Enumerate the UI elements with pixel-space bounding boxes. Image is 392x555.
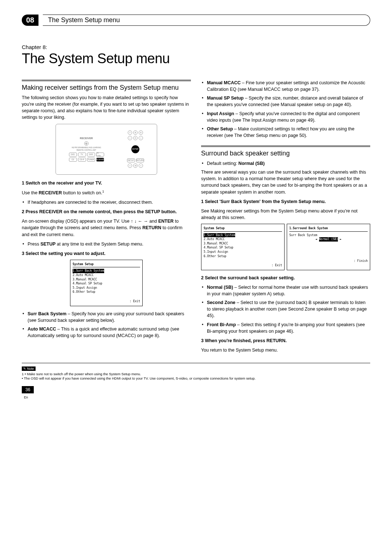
- num-btn: 0: [133, 136, 138, 140]
- osd-footer: : Finish: [289, 259, 368, 263]
- step-heading: 3 When you're finished, press RETURN.: [201, 337, 370, 344]
- footnote: 1 • Make sure not to switch off the powe…: [22, 372, 370, 376]
- osd-screenshot: System Setup 1.Surr Back System 2.Auto M…: [201, 224, 285, 270]
- num-btn: 7: [128, 130, 132, 135]
- section-heading: Surround back speaker setting: [201, 145, 370, 158]
- bullet-item: Other Setup – Make customized settings t…: [201, 126, 370, 139]
- osd-value: Normal (SB): [319, 237, 338, 242]
- page-header: 08 The System Setup menu: [22, 15, 370, 26]
- bullet-item: Auto MCACC – This is a quick and effecti…: [22, 326, 191, 339]
- step-body: An on-screen display (OSD) appears on yo…: [22, 218, 191, 238]
- enter-button: ENTER: [131, 145, 139, 153]
- section-heading: Making receiver settings from the System…: [22, 80, 191, 92]
- remote-btn: DVD: [69, 153, 77, 157]
- remote-btn: TV: [78, 153, 86, 157]
- osd-title: System Setup: [204, 226, 282, 232]
- osd-screenshot: 1.Surround Back System Surr Back System …: [287, 224, 370, 270]
- step-body: You return to the System Setup menu.: [201, 347, 370, 353]
- osd-item: 2.Auto MCACC: [204, 237, 282, 242]
- osd-item: 5.Input Assign: [204, 250, 282, 254]
- osd-screenshot: System Setup 1.Surr Back System 2.Auto M…: [70, 260, 143, 306]
- num-btn: •: [139, 136, 143, 140]
- osd-item: 3.Manual MCACC: [204, 242, 282, 246]
- chapter-label: Chapter 8:: [22, 44, 370, 50]
- osd-item: 4.Manual SP Setup: [204, 246, 282, 250]
- bullet-item: Front Bi-Amp – Select this setting if yo…: [201, 321, 370, 335]
- plus-icon: +: [139, 163, 143, 168]
- remote-btn: CD-R: [78, 158, 86, 162]
- bullet-item: Normal (SB) – Select for normal home the…: [201, 284, 370, 297]
- power-icon: ⏻: [84, 141, 89, 146]
- receiver-button: RECEIVER: [96, 158, 104, 162]
- osd-item-selected: 1.Surr Back System: [73, 269, 104, 273]
- osd-footer: : Exit: [73, 299, 140, 304]
- header-title: The System Setup menu: [43, 15, 370, 26]
- num-btn: •: [128, 136, 132, 140]
- osd-item: 3.Manual MCACC: [73, 278, 140, 282]
- osd-item: 2.Auto MCACC: [73, 273, 140, 278]
- receiver-label: RECEIVER: [80, 137, 93, 140]
- osd-pair: System Setup 1.Surr Back System 2.Auto M…: [201, 224, 370, 270]
- osd-item-selected: 1.Surr Back System: [204, 233, 235, 238]
- page-title: The System Setup menu: [22, 51, 370, 66]
- step-body: Use the RECEIVER button to switch on.1: [22, 189, 191, 196]
- step-heading: 1 Select 'Surr Back System' from the Sys…: [201, 198, 370, 205]
- footnote-section: Note 1 • Make sure not to switch off the…: [22, 363, 370, 381]
- return-button: RETURN: [136, 158, 144, 162]
- remote-btn: CD: [69, 158, 77, 162]
- right-column: Manual MCACC – Fine tune your speaker se…: [201, 77, 370, 356]
- dpad: ENTER: [127, 141, 143, 157]
- remote-btn: TV CTRL: [96, 153, 104, 157]
- osd-title: 1.Surround Back System: [289, 226, 368, 232]
- page-footer: 36 En: [22, 386, 370, 400]
- note-label: Note: [22, 366, 36, 371]
- osd-item: 4.Manual SP Setup: [73, 281, 140, 286]
- mute-icon: ⊘: [133, 163, 138, 168]
- bullet-item: Press SETUP at any time to exit the Syst…: [22, 241, 191, 247]
- bullet-item: Second Zone – Select to use the (surroun…: [201, 299, 370, 319]
- step-heading: 1 Switch on the receiver and your TV.: [22, 180, 191, 186]
- bullet-item: Manual SP Setup – Specify the size, numb…: [201, 95, 370, 108]
- num-btn: 9: [139, 130, 143, 135]
- osd-label: Surr Back System: [289, 233, 368, 238]
- remote-control-illustration: RECEIVER ⏻ HE PROGRAMMABLE AND LEARNINGR…: [56, 124, 157, 175]
- step-heading: 3 Select the setting you want to adjust.: [22, 250, 191, 257]
- osd-item: 5.Input Assign: [73, 286, 140, 290]
- default-setting: Default setting: Normal (SB): [201, 160, 370, 167]
- osd-item: 6.Other Setup: [204, 254, 282, 259]
- num-btn: 8: [133, 130, 138, 135]
- osd-footer: : Exit: [204, 263, 282, 268]
- remote-btn: DVR: [87, 153, 95, 157]
- paragraph: There are several ways you can use the s…: [201, 169, 370, 195]
- plus-icon: +: [128, 163, 132, 168]
- language-code: En: [24, 396, 28, 399]
- footnote: • The OSD will not appear if you have co…: [22, 376, 370, 381]
- bullet-item: Surr Back System – Specify how you are u…: [22, 311, 191, 324]
- osd-title: System Setup: [73, 262, 140, 268]
- setup-button: SETUP: [127, 158, 135, 162]
- chapter-number-badge: 08: [22, 15, 38, 26]
- page-number: 36: [22, 386, 34, 393]
- intro-paragraph: The following section shows you how to m…: [22, 94, 191, 121]
- bullet-item: Input Assign – Specify what you've conne…: [201, 110, 370, 123]
- remote-btn: TUNER: [87, 158, 95, 162]
- osd-item: 6.Other Setup: [73, 290, 140, 294]
- step-body: See Making receiver settings from the Sy…: [201, 208, 370, 221]
- bullet-item: If headphones are connected to the recei…: [22, 199, 191, 206]
- left-column: Making receiver settings from the System…: [22, 77, 191, 356]
- step-heading: 2 Press RECEIVER on the remote control, …: [22, 208, 191, 215]
- step-heading: 2 Select the surround back speaker setti…: [201, 275, 370, 281]
- bullet-item: Manual MCACC – Fine tune your speaker se…: [201, 80, 370, 93]
